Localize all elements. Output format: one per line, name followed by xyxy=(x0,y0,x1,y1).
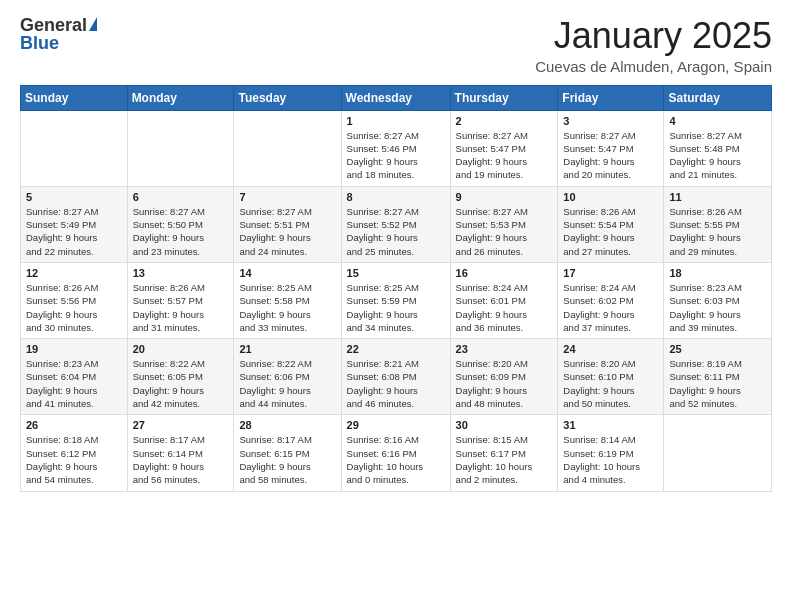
calendar-cell: 26Sunrise: 8:18 AM Sunset: 6:12 PM Dayli… xyxy=(21,415,128,491)
calendar-cell: 6Sunrise: 8:27 AM Sunset: 5:50 PM Daylig… xyxy=(127,186,234,262)
title-section: January 2025 Cuevas de Almuden, Aragon, … xyxy=(535,16,772,75)
day-info: Sunrise: 8:18 AM Sunset: 6:12 PM Dayligh… xyxy=(26,433,122,486)
day-of-week-header: Friday xyxy=(558,85,664,110)
day-info: Sunrise: 8:16 AM Sunset: 6:16 PM Dayligh… xyxy=(347,433,445,486)
day-info: Sunrise: 8:23 AM Sunset: 6:04 PM Dayligh… xyxy=(26,357,122,410)
day-info: Sunrise: 8:27 AM Sunset: 5:47 PM Dayligh… xyxy=(456,129,553,182)
calendar-cell: 2Sunrise: 8:27 AM Sunset: 5:47 PM Daylig… xyxy=(450,110,558,186)
day-info: Sunrise: 8:23 AM Sunset: 6:03 PM Dayligh… xyxy=(669,281,766,334)
calendar-week-row: 5Sunrise: 8:27 AM Sunset: 5:49 PM Daylig… xyxy=(21,186,772,262)
calendar-cell: 12Sunrise: 8:26 AM Sunset: 5:56 PM Dayli… xyxy=(21,262,128,338)
day-number: 25 xyxy=(669,343,766,355)
day-of-week-header: Wednesday xyxy=(341,85,450,110)
calendar-cell: 27Sunrise: 8:17 AM Sunset: 6:14 PM Dayli… xyxy=(127,415,234,491)
day-info: Sunrise: 8:20 AM Sunset: 6:10 PM Dayligh… xyxy=(563,357,658,410)
calendar-cell: 5Sunrise: 8:27 AM Sunset: 5:49 PM Daylig… xyxy=(21,186,128,262)
day-info: Sunrise: 8:26 AM Sunset: 5:57 PM Dayligh… xyxy=(133,281,229,334)
day-number: 23 xyxy=(456,343,553,355)
day-info: Sunrise: 8:17 AM Sunset: 6:15 PM Dayligh… xyxy=(239,433,335,486)
calendar-week-row: 19Sunrise: 8:23 AM Sunset: 6:04 PM Dayli… xyxy=(21,339,772,415)
day-info: Sunrise: 8:27 AM Sunset: 5:51 PM Dayligh… xyxy=(239,205,335,258)
logo-triangle-icon xyxy=(89,17,97,31)
day-info: Sunrise: 8:22 AM Sunset: 6:05 PM Dayligh… xyxy=(133,357,229,410)
day-number: 30 xyxy=(456,419,553,431)
day-number: 19 xyxy=(26,343,122,355)
day-info: Sunrise: 8:24 AM Sunset: 6:02 PM Dayligh… xyxy=(563,281,658,334)
day-info: Sunrise: 8:19 AM Sunset: 6:11 PM Dayligh… xyxy=(669,357,766,410)
day-info: Sunrise: 8:25 AM Sunset: 5:58 PM Dayligh… xyxy=(239,281,335,334)
day-number: 5 xyxy=(26,191,122,203)
day-number: 28 xyxy=(239,419,335,431)
header: General Blue January 2025 Cuevas de Almu… xyxy=(20,16,772,75)
calendar-cell: 15Sunrise: 8:25 AM Sunset: 5:59 PM Dayli… xyxy=(341,262,450,338)
day-of-week-header: Saturday xyxy=(664,85,772,110)
calendar-cell: 23Sunrise: 8:20 AM Sunset: 6:09 PM Dayli… xyxy=(450,339,558,415)
calendar-cell: 24Sunrise: 8:20 AM Sunset: 6:10 PM Dayli… xyxy=(558,339,664,415)
day-info: Sunrise: 8:27 AM Sunset: 5:50 PM Dayligh… xyxy=(133,205,229,258)
calendar-cell: 14Sunrise: 8:25 AM Sunset: 5:58 PM Dayli… xyxy=(234,262,341,338)
day-number: 10 xyxy=(563,191,658,203)
day-of-week-header: Monday xyxy=(127,85,234,110)
day-number: 18 xyxy=(669,267,766,279)
calendar-cell: 31Sunrise: 8:14 AM Sunset: 6:19 PM Dayli… xyxy=(558,415,664,491)
day-info: Sunrise: 8:14 AM Sunset: 6:19 PM Dayligh… xyxy=(563,433,658,486)
day-info: Sunrise: 8:27 AM Sunset: 5:46 PM Dayligh… xyxy=(347,129,445,182)
calendar-header-row: SundayMondayTuesdayWednesdayThursdayFrid… xyxy=(21,85,772,110)
day-of-week-header: Thursday xyxy=(450,85,558,110)
calendar-cell: 20Sunrise: 8:22 AM Sunset: 6:05 PM Dayli… xyxy=(127,339,234,415)
calendar-cell: 9Sunrise: 8:27 AM Sunset: 5:53 PM Daylig… xyxy=(450,186,558,262)
day-number: 24 xyxy=(563,343,658,355)
day-number: 31 xyxy=(563,419,658,431)
day-info: Sunrise: 8:22 AM Sunset: 6:06 PM Dayligh… xyxy=(239,357,335,410)
day-info: Sunrise: 8:20 AM Sunset: 6:09 PM Dayligh… xyxy=(456,357,553,410)
day-number: 3 xyxy=(563,115,658,127)
day-number: 14 xyxy=(239,267,335,279)
day-info: Sunrise: 8:26 AM Sunset: 5:55 PM Dayligh… xyxy=(669,205,766,258)
day-number: 27 xyxy=(133,419,229,431)
day-number: 13 xyxy=(133,267,229,279)
calendar-cell: 10Sunrise: 8:26 AM Sunset: 5:54 PM Dayli… xyxy=(558,186,664,262)
day-number: 7 xyxy=(239,191,335,203)
day-number: 8 xyxy=(347,191,445,203)
calendar-cell: 29Sunrise: 8:16 AM Sunset: 6:16 PM Dayli… xyxy=(341,415,450,491)
day-info: Sunrise: 8:24 AM Sunset: 6:01 PM Dayligh… xyxy=(456,281,553,334)
day-info: Sunrise: 8:25 AM Sunset: 5:59 PM Dayligh… xyxy=(347,281,445,334)
calendar-table: SundayMondayTuesdayWednesdayThursdayFrid… xyxy=(20,85,772,492)
logo-general-text: General xyxy=(20,16,87,34)
calendar-cell: 19Sunrise: 8:23 AM Sunset: 6:04 PM Dayli… xyxy=(21,339,128,415)
day-info: Sunrise: 8:27 AM Sunset: 5:47 PM Dayligh… xyxy=(563,129,658,182)
calendar-cell: 28Sunrise: 8:17 AM Sunset: 6:15 PM Dayli… xyxy=(234,415,341,491)
day-info: Sunrise: 8:17 AM Sunset: 6:14 PM Dayligh… xyxy=(133,433,229,486)
day-number: 1 xyxy=(347,115,445,127)
calendar-cell xyxy=(664,415,772,491)
calendar-cell: 1Sunrise: 8:27 AM Sunset: 5:46 PM Daylig… xyxy=(341,110,450,186)
day-number: 17 xyxy=(563,267,658,279)
day-number: 11 xyxy=(669,191,766,203)
day-of-week-header: Tuesday xyxy=(234,85,341,110)
day-number: 20 xyxy=(133,343,229,355)
month-title: January 2025 xyxy=(535,16,772,56)
day-info: Sunrise: 8:21 AM Sunset: 6:08 PM Dayligh… xyxy=(347,357,445,410)
day-number: 12 xyxy=(26,267,122,279)
day-number: 16 xyxy=(456,267,553,279)
day-number: 9 xyxy=(456,191,553,203)
calendar-week-row: 12Sunrise: 8:26 AM Sunset: 5:56 PM Dayli… xyxy=(21,262,772,338)
calendar-cell: 4Sunrise: 8:27 AM Sunset: 5:48 PM Daylig… xyxy=(664,110,772,186)
calendar-cell: 22Sunrise: 8:21 AM Sunset: 6:08 PM Dayli… xyxy=(341,339,450,415)
day-number: 22 xyxy=(347,343,445,355)
calendar-cell: 13Sunrise: 8:26 AM Sunset: 5:57 PM Dayli… xyxy=(127,262,234,338)
calendar-cell: 7Sunrise: 8:27 AM Sunset: 5:51 PM Daylig… xyxy=(234,186,341,262)
logo: General Blue xyxy=(20,16,97,52)
day-number: 21 xyxy=(239,343,335,355)
calendar-cell: 30Sunrise: 8:15 AM Sunset: 6:17 PM Dayli… xyxy=(450,415,558,491)
day-info: Sunrise: 8:26 AM Sunset: 5:54 PM Dayligh… xyxy=(563,205,658,258)
logo-blue-text: Blue xyxy=(20,34,59,52)
calendar-cell xyxy=(21,110,128,186)
day-info: Sunrise: 8:27 AM Sunset: 5:52 PM Dayligh… xyxy=(347,205,445,258)
calendar-cell: 11Sunrise: 8:26 AM Sunset: 5:55 PM Dayli… xyxy=(664,186,772,262)
page: General Blue January 2025 Cuevas de Almu… xyxy=(0,0,792,612)
day-number: 29 xyxy=(347,419,445,431)
day-info: Sunrise: 8:26 AM Sunset: 5:56 PM Dayligh… xyxy=(26,281,122,334)
calendar-cell: 16Sunrise: 8:24 AM Sunset: 6:01 PM Dayli… xyxy=(450,262,558,338)
day-info: Sunrise: 8:15 AM Sunset: 6:17 PM Dayligh… xyxy=(456,433,553,486)
